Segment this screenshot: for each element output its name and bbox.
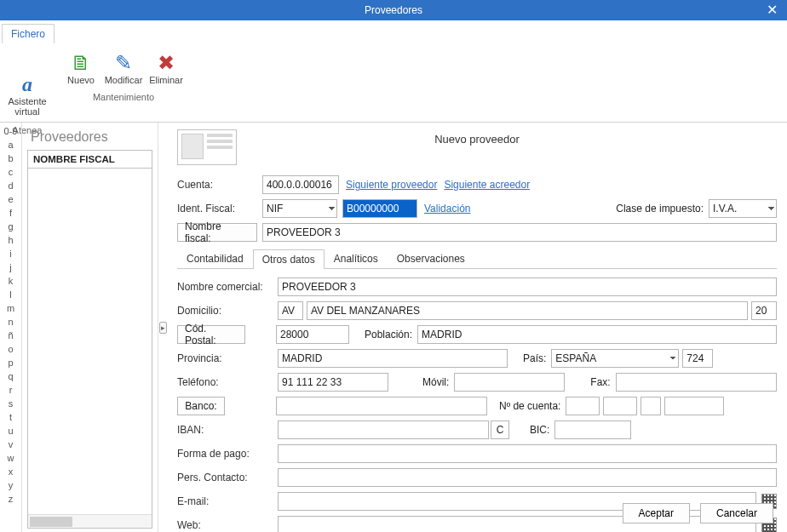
link-next-acreedor[interactable]: Siguiente acreedor (444, 179, 530, 191)
bic-input[interactable] (554, 420, 631, 439)
nombre-fiscal-input[interactable] (262, 223, 777, 242)
contacto-input[interactable] (278, 468, 777, 487)
tab-observaciones[interactable]: Observaciones (388, 249, 474, 268)
delete-button[interactable]: ✖ Eliminar (145, 48, 187, 89)
form-panel: Nuevo proveedor Cuenta: Siguiente provee… (167, 123, 787, 532)
nombre-fiscal-button[interactable]: Nombre fiscal: (177, 223, 257, 242)
poblacion-label: Población: (365, 329, 412, 340)
clase-impuesto-select[interactable]: I.V.A. (709, 199, 777, 218)
domicilio-label: Domicilio: (177, 305, 278, 317)
ident-value-input[interactable] (342, 199, 417, 218)
alpha-w[interactable]: w (0, 453, 21, 466)
pais-label: País: (523, 352, 546, 364)
alpha-d[interactable]: d (0, 180, 21, 194)
cancel-button[interactable]: Cancelar (700, 503, 773, 523)
alpha-j[interactable]: j (0, 262, 21, 276)
alpha-x[interactable]: x (0, 466, 21, 480)
alpha-h[interactable]: h (0, 235, 21, 249)
alpha-m[interactable]: m (0, 303, 21, 317)
num-cuenta-label: Nº de cuenta: (499, 400, 560, 412)
alpha-p[interactable]: p (0, 358, 21, 371)
alpha-b[interactable]: b (0, 153, 21, 167)
alpha-q[interactable]: q (0, 371, 21, 385)
domicilio-input[interactable] (307, 301, 748, 320)
codigo-postal-input[interactable] (276, 325, 349, 344)
domicilio-tipo-input[interactable] (278, 301, 303, 320)
email-label: E-mail: (177, 495, 278, 507)
ribbon: Fichero a Asistente virtual Atenea 🗎 Nue… (0, 20, 787, 123)
alpha-e[interactable]: e (0, 194, 21, 208)
delete-icon: ✖ (158, 51, 175, 75)
alpha-y[interactable]: y (0, 480, 21, 494)
alpha-s[interactable]: s (0, 398, 21, 412)
domicilio-num-input[interactable] (751, 301, 777, 320)
tab-otros-datos[interactable]: Otros datos (253, 249, 325, 269)
provincia-label: Provincia: (177, 352, 278, 364)
bic-label: BIC: (530, 424, 549, 436)
banco-input[interactable] (276, 397, 487, 415)
assistant-button[interactable]: a Asistente virtual (6, 69, 49, 120)
delete-label: Eliminar (149, 75, 183, 85)
tab-analiticos[interactable]: Analíticos (325, 249, 388, 268)
banco-button[interactable]: Banco: (177, 397, 225, 415)
codigo-postal-button[interactable]: Cód. Postal: (177, 325, 245, 344)
cuenta-seg4-input[interactable] (664, 397, 724, 415)
movil-input[interactable] (454, 373, 565, 392)
list-body[interactable] (27, 169, 152, 529)
alpha-l[interactable]: l (0, 289, 21, 303)
tab-contabilidad[interactable]: Contabilidad (177, 249, 253, 268)
alpha-k[interactable]: k (0, 276, 21, 289)
provincia-input[interactable] (278, 349, 508, 368)
window-title: Proveedores (365, 4, 422, 16)
fax-input[interactable] (616, 373, 777, 392)
modify-icon: ✎ (115, 51, 132, 75)
list-panel: Proveedores NOMBRE FISCAL (22, 123, 158, 532)
telefono-input[interactable] (278, 373, 388, 392)
ident-type-select[interactable]: NIF (262, 199, 337, 218)
alpha-o[interactable]: o (0, 344, 21, 358)
assistant-icon: a (22, 72, 32, 96)
modify-button[interactable]: ✎ Modificar (102, 48, 145, 89)
cuenta-seg1-input[interactable] (566, 397, 600, 415)
alpha-v[interactable]: v (0, 439, 21, 453)
list-horizontal-scrollbar[interactable] (28, 514, 152, 528)
alpha-u[interactable]: u (0, 426, 21, 439)
forma-pago-input[interactable] (278, 444, 777, 463)
close-icon[interactable]: ✕ (761, 0, 782, 20)
alpha-n[interactable]: n (0, 317, 21, 330)
cuenta-input[interactable] (262, 175, 339, 194)
list-column-header[interactable]: NOMBRE FISCAL (27, 150, 152, 169)
alpha-0-9[interactable]: 0-9 (0, 126, 21, 140)
assistant-label: Asistente virtual (8, 96, 47, 117)
accept-button[interactable]: Aceptar (623, 503, 690, 523)
list-title: Proveedores (22, 123, 158, 150)
alpha-f[interactable]: f (0, 208, 21, 221)
cuenta-seg3-input[interactable] (641, 397, 661, 415)
alpha-a[interactable]: a (0, 140, 21, 153)
iban-c-button[interactable]: C (491, 420, 509, 439)
alpha-g[interactable]: g (0, 221, 21, 235)
link-next-proveedor[interactable]: Siguiente proveedor (346, 179, 437, 191)
validacion-link[interactable]: Validación (424, 203, 470, 215)
ribbon-tab-fichero[interactable]: Fichero (2, 24, 55, 43)
chevron-right-icon: ▸ (159, 322, 167, 334)
iban-input[interactable] (278, 420, 489, 439)
alpha-index: 0-9abcdefghijklmnñopqrstuvwxyz (0, 123, 22, 532)
alpha-i[interactable]: i (0, 249, 21, 262)
nombre-comercial-input[interactable] (278, 277, 777, 296)
form-section-title: Nuevo proveedor (167, 133, 787, 146)
poblacion-input[interactable] (417, 325, 777, 344)
splitter-handle[interactable]: ▸ (158, 123, 167, 532)
alpha-t[interactable]: t (0, 412, 21, 426)
alpha-r[interactable]: r (0, 385, 21, 398)
cuenta-seg2-input[interactable] (603, 397, 637, 415)
new-button[interactable]: 🗎 Nuevo (60, 48, 102, 89)
pais-code-input[interactable] (682, 349, 713, 368)
alpha-c[interactable]: c (0, 167, 21, 180)
iban-label: IBAN: (177, 424, 278, 436)
pais-select[interactable]: ESPAÑA (551, 349, 679, 368)
forma-pago-label: Forma de pago: (177, 448, 278, 460)
alpha-ñ[interactable]: ñ (0, 330, 21, 344)
alpha-z[interactable]: z (0, 494, 21, 507)
web-label: Web: (177, 519, 278, 531)
